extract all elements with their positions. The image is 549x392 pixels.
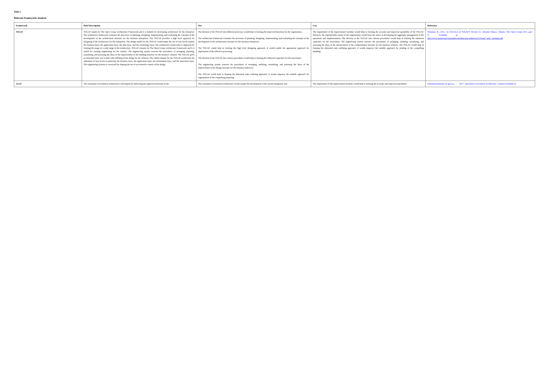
framework-name-togaf: TOGAF [16, 31, 23, 33]
cell-ref-agaf: Enterprisesolutions.vic.gov.au., 2017. A… [426, 81, 535, 87]
frameworks-table: Framework Brief Description Pro Con Refe… [14, 22, 535, 87]
header-con: Con [311, 22, 426, 29]
framework-name-agaf: AGAF [16, 83, 22, 85]
cell-framework-agaf: AGAF [14, 81, 82, 87]
table-row: AGAF The Australian Government architect… [14, 81, 535, 87]
cell-framework-togaf: TOGAF [14, 29, 82, 81]
cell-brief-agaf: The Australian Government architecture i… [82, 81, 197, 87]
header-pro: Pro [197, 22, 311, 29]
table-row: TOGAF TOGAF stands for The Open Group Ar… [14, 29, 535, 81]
ref-title-agaf: Australian Government Architecture. [465, 83, 497, 85]
cell-con-agaf: The requirement of the improvement facil… [311, 81, 426, 87]
table-header-row: Framework Brief Description Pro Con Refe… [14, 22, 535, 29]
cell-ref-togaf: Weisman, R., 2012. An Overview of TOGAF®… [426, 29, 535, 81]
page-title: Task 1 [14, 10, 535, 13]
cell-con-togaf: The requirement of the improvement facil… [311, 29, 426, 81]
ref-link-togaf[interactable]: http://www.opengroup.org/public/member/p… [427, 37, 503, 40]
header-brief: Brief Description [82, 22, 197, 29]
section-title: Relevant Frameworks Analysis [14, 17, 535, 20]
cell-pro-togaf: The division of the TOGAF into different… [197, 29, 311, 81]
cell-pro-agaf: The Australian Government architecture w… [197, 81, 311, 87]
ref-author-togaf: Weisman, R., 2012. An Overview of TOGAF®… [427, 31, 533, 36]
ref-author-agaf: Enterprisesolutions.vic.gov.au., 2017. A… [427, 83, 516, 85]
ref-title-togaf: An Overview of TOGAF® Version 9.1. [446, 31, 482, 33]
cell-brief-togaf: TOGAF stands for The Open Group Architec… [82, 29, 197, 81]
header-reference: Reference [426, 22, 535, 29]
header-framework: Framework [14, 22, 82, 29]
